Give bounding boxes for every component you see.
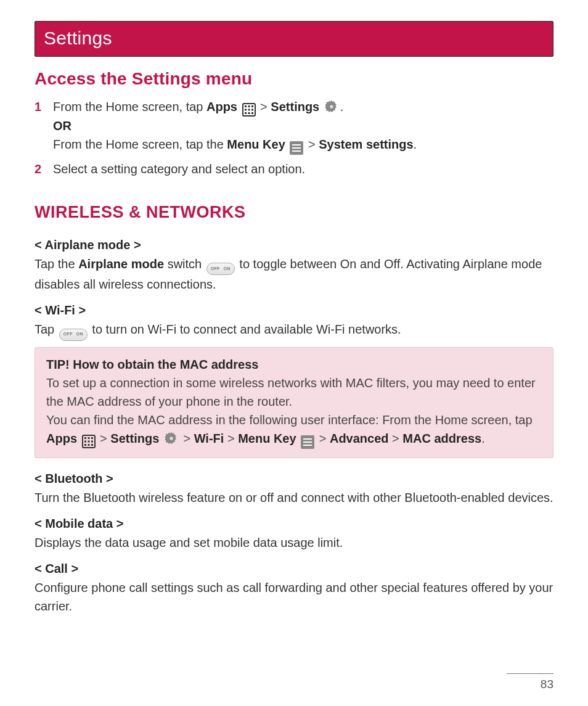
- svg-rect-4: [248, 109, 250, 111]
- text: You can find the MAC address in the foll…: [46, 413, 533, 427]
- text: switch: [164, 257, 205, 271]
- apps-icon: [82, 435, 96, 448]
- apps-icon: [242, 103, 256, 117]
- gear-icon: [324, 99, 339, 114]
- svg-rect-16: [84, 440, 86, 442]
- separator: >: [304, 138, 319, 151]
- separator: >: [224, 432, 238, 445]
- page-footer: 83: [507, 673, 553, 691]
- separator: >: [257, 100, 271, 113]
- tip-box: TIP! How to obtain the MAC address To se…: [35, 347, 553, 458]
- apps-label: Apps: [46, 432, 77, 445]
- separator: >: [389, 432, 403, 445]
- text: .: [481, 432, 485, 445]
- menu-key-label: Menu Key: [227, 138, 285, 151]
- document-page: Settings Access the Settings menu From t…: [0, 0, 588, 706]
- svg-rect-7: [248, 112, 250, 114]
- chapter-title: Settings: [44, 28, 112, 48]
- steps-list: From the Home screen, tap Apps > Setting…: [35, 97, 553, 178]
- step-1: From the Home screen, tap Apps > Setting…: [35, 97, 553, 155]
- svg-rect-15: [91, 437, 93, 439]
- svg-rect-0: [245, 105, 247, 107]
- separator: >: [316, 432, 330, 445]
- text: to turn on Wi-Fi to connect and availabl…: [89, 322, 401, 336]
- svg-rect-23: [303, 438, 312, 440]
- call-body: Configure phone call settings such as ca…: [35, 578, 553, 615]
- advanced-label: Advanced: [330, 432, 389, 445]
- or-label: OR: [53, 119, 71, 133]
- text: .: [340, 100, 344, 113]
- apps-label: Apps: [206, 100, 237, 113]
- toggle-switch-icon: OFFON: [59, 329, 88, 341]
- svg-rect-12: [292, 150, 301, 152]
- menu-key-icon: [290, 141, 303, 155]
- text: From the Home screen, tap: [53, 100, 206, 113]
- svg-rect-25: [303, 445, 312, 446]
- svg-rect-8: [251, 112, 253, 114]
- wifi-heading: < Wi-Fi >: [35, 303, 553, 318]
- airplane-mode-body: Tap the Airplane mode switch OFFON to to…: [35, 255, 553, 293]
- svg-rect-21: [91, 444, 93, 446]
- menu-key-icon: [301, 435, 314, 449]
- settings-label: Settings: [110, 432, 159, 445]
- toggle-switch-icon: OFFON: [206, 263, 235, 275]
- mobile-data-heading: < Mobile data >: [35, 517, 553, 531]
- separator: >: [180, 432, 194, 445]
- svg-rect-2: [251, 105, 253, 107]
- svg-rect-5: [251, 109, 253, 111]
- system-settings-label: System settings: [319, 138, 413, 151]
- text: From the Home screen, tap the: [53, 138, 227, 151]
- mac-address-label: MAC address: [402, 432, 481, 445]
- svg-rect-20: [88, 444, 89, 446]
- svg-rect-6: [245, 112, 247, 114]
- svg-rect-11: [292, 147, 301, 149]
- section-heading-wireless: WIRELESS & NETWORKS: [35, 203, 553, 222]
- section-heading-access: Access the Settings menu: [35, 69, 553, 89]
- text: Tap the: [35, 257, 78, 271]
- chapter-title-bar: Settings: [35, 21, 553, 57]
- airplane-mode-label: Airplane mode: [78, 257, 164, 271]
- step-2: Select a setting category and select an …: [35, 160, 553, 178]
- svg-rect-1: [248, 105, 250, 107]
- svg-rect-18: [91, 440, 93, 442]
- tip-line-2: You can find the MAC address in the foll…: [46, 411, 542, 449]
- tip-heading: TIP! How to obtain the MAC address: [46, 355, 542, 374]
- svg-rect-10: [292, 144, 301, 146]
- bluetooth-body: Turn the Bluetooth wireless feature on o…: [35, 488, 553, 507]
- svg-rect-24: [303, 441, 312, 443]
- svg-rect-3: [245, 109, 247, 111]
- text: Select a setting category and select an …: [53, 162, 305, 176]
- airplane-mode-heading: < Airplane mode >: [35, 238, 553, 252]
- svg-point-9: [330, 105, 333, 109]
- svg-rect-19: [84, 444, 86, 446]
- svg-point-22: [169, 436, 173, 440]
- separator: >: [97, 432, 111, 445]
- text: .: [414, 138, 417, 151]
- tip-line-1: To set up a connection in some wireless …: [46, 374, 542, 411]
- menu-key-label: Menu Key: [238, 432, 296, 445]
- mobile-data-body: Displays the data usage and set mobile d…: [35, 533, 553, 552]
- page-number: 83: [507, 674, 553, 691]
- text: Tap: [35, 322, 58, 336]
- svg-rect-17: [88, 440, 89, 442]
- bluetooth-heading: < Bluetooth >: [35, 472, 553, 486]
- call-heading: < Call >: [35, 562, 553, 576]
- svg-rect-13: [84, 437, 86, 439]
- wifi-label: Wi-Fi: [194, 432, 224, 445]
- wifi-body: Tap OFFON to turn on Wi-Fi to connect an…: [35, 320, 553, 340]
- settings-label: Settings: [271, 100, 319, 113]
- gear-icon: [164, 431, 179, 446]
- svg-rect-14: [88, 437, 89, 439]
